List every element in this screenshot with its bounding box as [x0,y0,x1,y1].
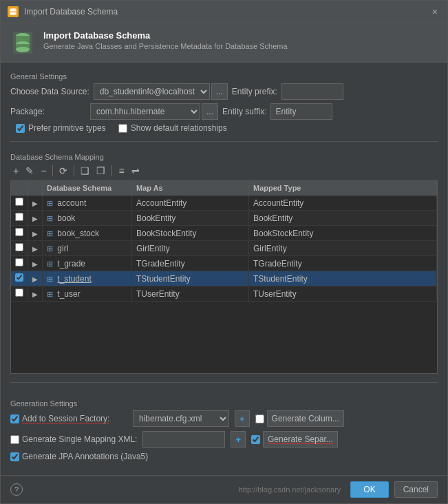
package-select-wrap: com.hhu.hibernate ... [90,103,218,120]
show-default-rel-label: Show default relationships [131,123,227,133]
row-checkbox[interactable] [15,288,23,297]
row-expand-btn[interactable]: ▶ [32,230,38,238]
entity-suffix-input[interactable] [270,103,332,120]
generate-single-checkbox-item[interactable]: Generate Single Mapping XML: [10,434,137,444]
row-name: girl [57,244,68,253]
toolbar-icon2-btn[interactable]: ❒ [94,164,108,178]
data-source-select[interactable]: db_studentinfo@localhost [94,83,210,100]
show-default-rel-checkbox[interactable] [118,124,127,133]
table-row[interactable]: ▶ ⊞ book_stock BookStockEntity BookStock… [11,226,437,241]
add-to-session-checkbox-item[interactable]: Add to Session Factory: [10,414,127,423]
generate-jpa-checkbox-item[interactable]: Generate JPA Annotations (Java5) [10,452,148,461]
toolbar-icon4-btn[interactable]: ⇌ [129,164,142,178]
row-mapas-cell: AccountEntity [132,196,249,211]
generate-single-label: Generate Single Mapping XML: [22,434,137,444]
session-factory-select[interactable]: hibernate.cfg.xml [133,410,229,427]
row-name: book [57,213,75,223]
help-button[interactable]: ? [10,483,23,496]
row-name: book_stock [57,229,99,238]
row-checkbox[interactable] [15,228,23,236]
divider-1 [10,141,438,142]
toolbar-icon3-btn[interactable]: ≡ [116,164,127,178]
row-checkbox[interactable] [15,213,23,221]
toolbar-sep-2 [74,165,74,176]
generate-col-btn[interactable]: Generate Colum... [267,410,344,427]
row-checkbox[interactable] [15,243,23,251]
divider-2 [10,382,438,383]
generate-single-add-btn[interactable]: + [231,431,246,448]
toolbar-refresh-btn[interactable]: ⟳ [56,164,70,178]
table-row[interactable]: ▶ ⊞ t_user TUserEntity TUserEntity [11,286,437,302]
row-expand-btn[interactable]: ▶ [32,215,38,222]
generation-settings-section: Generation Settings Add to Session Facto… [10,391,438,468]
row-mapped-cell: BookEntity [249,211,437,226]
toolbar-add-btn[interactable]: + [10,164,21,178]
general-settings-section: General Settings Choose Data Source: db_… [10,70,438,133]
close-button[interactable]: × [429,5,440,19]
toolbar-icon1-btn[interactable]: ❑ [78,164,92,178]
generate-jpa-checkbox[interactable] [10,452,19,461]
generate-single-checkbox[interactable] [10,435,19,444]
package-dots-btn[interactable]: ... [202,103,218,120]
table-grid-icon: ⊞ [47,229,53,238]
table-row[interactable]: ▶ ⊞ account AccountEntity AccountEntity [11,196,437,211]
generate-sep-checkbox-item[interactable]: Generate Separ... [251,431,368,448]
row-expand-btn[interactable]: ▶ [32,275,38,283]
header-text: Import Database Schema Generate Java Cla… [43,30,288,50]
row-name: t_grade [57,259,85,269]
cancel-button[interactable]: Cancel [394,481,438,498]
row-expand-cell: ▶ [28,286,43,302]
show-default-rel-checkbox-item[interactable]: Show default relationships [118,123,227,133]
row-db-cell: ⊞ t_user [43,286,132,302]
entity-suffix-row: Entity suffix: [222,103,332,120]
title-bar-left: Import Database Schema [8,6,118,17]
entity-prefix-label: Entity prefix: [232,87,277,96]
table-row[interactable]: ▶ ⊞ t_grade TGradeEntity TGradeEntity [11,256,437,271]
package-select[interactable]: com.hhu.hibernate [90,103,200,120]
footer-right: http://blog.csdn.net/jacksonary OK Cance… [239,481,438,498]
toolbar-remove-btn[interactable]: − [38,164,49,178]
generate-jpa-label: Generate JPA Annotations (Java5) [22,452,148,461]
table-row[interactable]: ▶ ⊞ book BookEntity BookEntity [11,211,437,226]
table-row[interactable]: ▶ ⊞ girl GirlEntity GirlEntity [11,241,437,256]
toolbar-edit-btn[interactable]: ✎ [23,164,36,178]
row-checkbox[interactable] [15,258,23,266]
schema-mapping-section: Database Schema Mapping + ✎ − ⟳ ❑ ❒ ≡ ⇌ [10,150,438,374]
general-settings-label: General Settings [10,72,438,81]
table-grid-icon: ⊞ [47,290,53,299]
prefer-primitive-checkbox-item[interactable]: Prefer primitive types [16,123,106,133]
generate-sep-btn[interactable]: Generate Separ... [263,431,338,448]
row-checkbox[interactable] [15,273,23,282]
generate-col-checkbox-item[interactable]: Generate Colum... [255,410,372,427]
col-db-header: Database Schema [43,181,132,196]
add-to-session-checkbox[interactable] [10,414,19,423]
prefer-primitive-checkbox[interactable] [16,124,25,133]
entity-suffix-label: Entity suffix: [222,107,266,116]
generate-sep-checkbox[interactable] [251,435,260,444]
row-check-cell [11,196,28,211]
footer-url: http://blog.csdn.net/jacksonary [239,485,341,494]
row-mapped-cell: GirlEntity [249,241,437,256]
row-checkbox[interactable] [15,198,23,206]
dialog-body: General Settings Choose Data Source: db_… [1,63,447,475]
generate-single-input[interactable] [142,431,225,448]
generate-col-checkbox[interactable] [255,414,264,423]
row-name: t_student [57,274,91,284]
table-row[interactable]: ▶ ⊞ t_student TStudentEntity TStudentEnt… [11,271,437,286]
package-row: Package: com.hhu.hibernate ... Entity su… [10,103,438,120]
table-header-row: Database Schema Map As Mapped Type [11,181,437,196]
footer-left: ? [10,483,23,496]
ok-button[interactable]: OK [350,481,388,498]
table-grid-icon: ⊞ [47,260,53,269]
data-source-dots-btn[interactable]: ... [211,83,228,100]
row-expand-cell: ▶ [28,211,43,226]
session-add-btn[interactable]: + [235,410,250,427]
header-subtitle: Generate Java Classes and Persistence Me… [43,42,288,50]
row-expand-btn[interactable]: ▶ [32,291,38,298]
row-expand-btn[interactable]: ▶ [32,200,38,207]
table-grid-icon: ⊞ [47,214,53,223]
entity-prefix-input[interactable] [281,83,343,100]
row-expand-btn[interactable]: ▶ [32,260,38,268]
row-expand-btn[interactable]: ▶ [32,245,38,253]
row-mapas-cell: TStudentEntity [132,271,249,286]
